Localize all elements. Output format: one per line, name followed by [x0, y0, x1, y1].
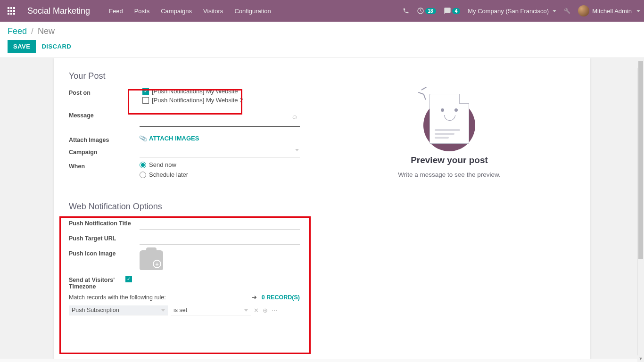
checkbox-poston-1[interactable]	[142, 88, 149, 95]
caret-down-icon	[295, 149, 299, 151]
rule-more-icon[interactable]: ⋯	[272, 307, 278, 314]
campaign-select[interactable]	[140, 147, 300, 157]
checkbox-poston-2[interactable]	[142, 97, 149, 104]
radio-schedule-later[interactable]	[140, 172, 146, 178]
activities-badge: 18	[425, 8, 436, 14]
match-rule-label: Match records with the following rule:	[69, 294, 166, 301]
scrollbar-thumb[interactable]	[638, 61, 643, 259]
control-bar: Feed / New Save Discard	[0, 22, 644, 58]
form-sheet: Your Post Post on [Push Notifications] M…	[54, 58, 590, 359]
top-navigation: Social Marketing Feed Posts Campaigns Vi…	[0, 0, 644, 22]
nav-item-posts[interactable]: Posts	[134, 8, 150, 15]
breadcrumb-parent[interactable]: Feed	[8, 26, 27, 36]
label-attach: Attach Images	[69, 135, 140, 143]
plus-icon: +	[153, 260, 161, 268]
save-button[interactable]: Save	[8, 40, 36, 53]
checkbox-visitor-timezone[interactable]	[125, 276, 132, 282]
label-push-title: Push Notification Title	[69, 218, 140, 227]
push-url-input[interactable]	[140, 233, 300, 245]
message-input[interactable]: ☺	[140, 110, 300, 127]
messages-badge: 4	[452, 8, 461, 14]
rule-delete-icon[interactable]: ✕	[254, 307, 259, 314]
nav-item-configuration[interactable]: Configuration	[234, 8, 271, 15]
label-when: When	[69, 161, 140, 170]
app-brand[interactable]: Social Marketing	[27, 6, 90, 16]
rule-field-select[interactable]: Push Subscription	[69, 305, 168, 315]
emoji-picker-icon[interactable]: ☺	[291, 113, 298, 121]
caret-down-icon	[161, 309, 165, 312]
avatar	[578, 5, 589, 16]
attach-images-button[interactable]: 📎 ATTACH IMAGES	[140, 135, 199, 142]
label-message: Message	[69, 110, 140, 119]
phone-icon[interactable]	[403, 8, 409, 14]
records-count-link[interactable]: 0 RECORD(S)	[262, 294, 300, 301]
nav-menu: Feed Posts Campaigns Visitors Configurat…	[109, 8, 271, 15]
user-menu[interactable]: Mitchell Admin	[578, 5, 640, 16]
nav-item-campaigns[interactable]: Campaigns	[161, 8, 192, 15]
rule-operator-select[interactable]: is set	[171, 305, 251, 315]
messages-icon[interactable]: 4	[444, 7, 461, 15]
label-campaign: Campaign	[69, 147, 140, 156]
debug-icon[interactable]	[564, 8, 570, 14]
preview-subtitle: Write a message to see the preview.	[398, 171, 500, 178]
label-post-on: Post on	[69, 88, 140, 96]
section-web-notification: Web Notification Options	[69, 202, 300, 212]
arrow-right-icon: ➔	[252, 294, 257, 301]
scrollbar-down-icon[interactable]: ▼	[637, 355, 644, 362]
breadcrumb-current: New	[38, 26, 55, 36]
preview-panel: Preview your post Write a message to see…	[308, 58, 590, 359]
label-push-url: Push Target URL	[69, 233, 140, 242]
label-push-tz: Send at Visitors' Timezone	[69, 275, 125, 290]
company-selector[interactable]: My Company (San Francisco)	[468, 8, 556, 15]
preview-illustration	[421, 86, 478, 148]
label-push-icon: Push Icon Image	[69, 248, 140, 257]
push-icon-upload[interactable]: +	[140, 250, 163, 270]
preview-title: Preview your post	[411, 155, 488, 165]
activities-icon[interactable]: 18	[417, 7, 436, 15]
section-your-post: Your Post	[69, 71, 300, 81]
checkbox-label: [Push Notifications] My Website	[152, 88, 238, 95]
paperclip-icon: 📎	[139, 134, 148, 143]
rule-add-icon[interactable]: ⊕	[263, 307, 268, 314]
nav-item-feed[interactable]: Feed	[109, 8, 123, 15]
radio-send-now[interactable]	[140, 162, 146, 168]
checkbox-label: [Push Notifications] My Website 2	[152, 97, 243, 104]
caret-down-icon	[553, 10, 556, 12]
caret-down-icon	[244, 309, 248, 312]
main-content: Your Post Post on [Push Notifications] M…	[0, 58, 644, 359]
nav-item-visitors[interactable]: Visitors	[203, 8, 223, 15]
apps-icon[interactable]	[4, 3, 19, 18]
push-title-input[interactable]	[140, 218, 300, 230]
breadcrumb: Feed / New	[8, 26, 636, 36]
discard-button[interactable]: Discard	[41, 43, 71, 50]
caret-down-icon	[636, 10, 640, 12]
